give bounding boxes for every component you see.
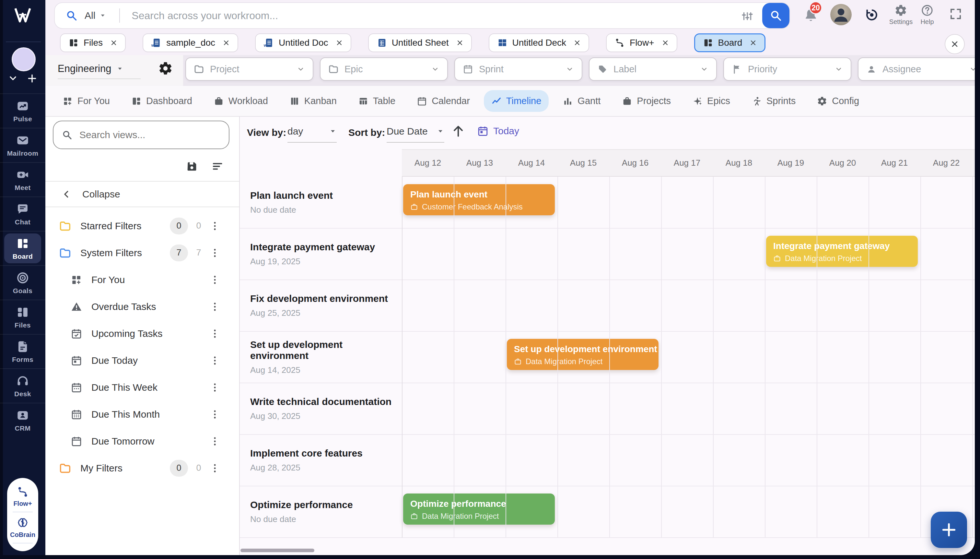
view-by-select[interactable]: day xyxy=(287,126,337,143)
system-filter-item-for-you[interactable]: For You xyxy=(45,266,239,293)
view-tab-workload[interactable]: Workload xyxy=(206,90,276,112)
sidebar-item-files[interactable]: Files xyxy=(0,299,45,334)
doc-tab-untitled-deck[interactable]: Untitled Deck xyxy=(489,33,589,52)
help-button[interactable]: Help xyxy=(911,4,944,26)
doc-tab-board[interactable]: Board xyxy=(694,33,766,52)
view-tab-icon xyxy=(63,96,73,106)
sidebar-item-meet[interactable]: Meet xyxy=(0,162,45,197)
view-tab-timeline[interactable]: Timeline xyxy=(484,90,549,112)
view-tab-kanban[interactable]: Kanban xyxy=(282,90,344,112)
sort-by-select[interactable]: Due Date xyxy=(387,126,444,143)
doc-tab-sample-doc[interactable]: w sample_doc xyxy=(143,33,238,52)
view-tab-label: For You xyxy=(78,96,110,106)
view-tab-gantt[interactable]: Gantt xyxy=(555,90,608,112)
sidebar-bottom-item-cobrain[interactable]: CoBrain xyxy=(10,517,35,539)
horizontal-scrollbar-thumb[interactable] xyxy=(241,549,314,552)
view-tab-dashboard[interactable]: Dashboard xyxy=(124,90,200,112)
today-button[interactable]: Today xyxy=(477,125,519,137)
close-icon[interactable] xyxy=(223,39,230,46)
view-tab-config[interactable]: Config xyxy=(810,90,866,112)
view-tab-calendar[interactable]: Calendar xyxy=(409,90,477,112)
add-workspace-icon[interactable] xyxy=(27,73,37,84)
timeline-bar-set-up-development-environment[interactable]: Set up development environmentData Migra… xyxy=(507,339,658,370)
collapse-panel-button[interactable]: Collapse xyxy=(45,182,120,207)
user-avatar[interactable] xyxy=(830,4,852,25)
close-icon[interactable] xyxy=(750,39,757,46)
close-icon[interactable] xyxy=(336,39,343,46)
kebab-menu-icon[interactable] xyxy=(210,436,220,447)
kebab-menu-icon[interactable] xyxy=(210,409,220,420)
view-tab-projects[interactable]: Projects xyxy=(614,90,678,112)
sidebar-item-crm[interactable]: CRM xyxy=(0,403,45,437)
sidebar-item-goals[interactable]: Goals xyxy=(0,265,45,299)
view-tab-epics[interactable]: Epics xyxy=(685,90,737,112)
sidebar-item-pulse[interactable]: Pulse xyxy=(0,93,45,128)
system-filter-item-upcoming-tasks[interactable]: Upcoming Tasks xyxy=(45,320,239,347)
close-icon[interactable] xyxy=(110,39,117,46)
system-filter-item-due-today[interactable]: Due Today xyxy=(45,347,239,374)
doc-tab-files[interactable]: Files xyxy=(60,33,126,52)
history-icon[interactable] xyxy=(865,8,879,22)
view-tab-table[interactable]: Table xyxy=(351,90,403,112)
sort-direction-icon[interactable] xyxy=(451,124,465,138)
system-filter-item-due-this-week[interactable]: Due This Week xyxy=(45,374,239,401)
close-all-tabs-button[interactable] xyxy=(945,34,965,54)
sidebar-item-mailroom[interactable]: Mailroom xyxy=(0,128,45,162)
timeline-bar-plan-launch-event[interactable]: Plan launch eventCustomer Feedback Analy… xyxy=(403,184,555,215)
filter-dropdown-sprint[interactable]: Sprint xyxy=(454,57,582,81)
workspace-selector[interactable]: Engineering xyxy=(58,63,124,74)
sidebar-nav: Pulse Mailroom Meet xyxy=(0,93,45,437)
fullscreen-icon[interactable] xyxy=(949,7,962,21)
kebab-menu-icon[interactable] xyxy=(210,382,220,393)
save-view-icon[interactable] xyxy=(185,160,198,173)
doc-tab-label: Untitled Doc xyxy=(279,38,328,48)
global-search-bar[interactable]: All xyxy=(54,2,790,29)
search-filters-icon[interactable] xyxy=(741,10,753,22)
workspace-avatar[interactable] xyxy=(12,47,36,71)
chevron-down-icon[interactable] xyxy=(8,73,18,83)
search-scope-selector[interactable]: All xyxy=(84,10,95,21)
doc-tab-untitled-sheet[interactable]: Untitled Sheet xyxy=(368,33,472,52)
kebab-menu-icon[interactable] xyxy=(210,220,220,232)
view-tab-label: Gantt xyxy=(577,96,601,106)
sidebar-item-desk[interactable]: Desk xyxy=(0,368,45,403)
system-filter-item-due-this-month[interactable]: Due This Month xyxy=(45,401,239,428)
views-search-bar[interactable] xyxy=(53,121,229,149)
kebab-menu-icon[interactable] xyxy=(210,247,220,258)
sidebar-item-chat[interactable]: Chat xyxy=(0,197,45,231)
filter-dropdown-epic[interactable]: Epic xyxy=(320,57,448,81)
add-task-button[interactable] xyxy=(931,512,967,548)
filter-dropdown-assignee[interactable]: Assignee xyxy=(858,57,975,81)
kebab-menu-icon[interactable] xyxy=(210,463,220,474)
filter-dropdown-label[interactable]: Label xyxy=(589,57,717,81)
global-search-input[interactable] xyxy=(131,9,586,22)
close-icon[interactable] xyxy=(456,39,464,46)
doc-tab-untitled-doc[interactable]: w Untitled Doc xyxy=(255,33,351,52)
search-submit-button[interactable] xyxy=(762,3,789,28)
sort-views-icon[interactable] xyxy=(211,160,224,173)
filter-folder-my-filters[interactable]: My Filters 0 0 xyxy=(45,455,239,481)
filter-folder-system-filters[interactable]: System Filters 7 7 xyxy=(45,239,239,266)
kebab-menu-icon[interactable] xyxy=(210,328,220,339)
filter-dropdown-priority[interactable]: Priority xyxy=(723,57,851,81)
app-sidebar: Pulse Mailroom Meet xyxy=(0,0,45,555)
workspace-settings-gear-icon[interactable] xyxy=(158,61,173,76)
kebab-menu-icon[interactable] xyxy=(210,301,220,312)
kebab-menu-icon[interactable] xyxy=(210,355,220,366)
filter-dropdown-project[interactable]: Project xyxy=(185,57,313,81)
view-tab-for-you[interactable]: For You xyxy=(55,90,117,112)
sidebar-item-board[interactable]: Board xyxy=(0,231,45,265)
views-search-input[interactable] xyxy=(79,129,216,141)
view-tab-sprints[interactable]: Sprints xyxy=(744,90,803,112)
filter-folder-starred-filters[interactable]: Starred Filters 0 0 xyxy=(45,212,239,239)
sidebar-bottom-item-flow[interactable]: Flow+ xyxy=(13,486,32,508)
doc-tab-flow[interactable]: Flow+ xyxy=(606,33,677,52)
close-icon[interactable] xyxy=(662,39,669,46)
sidebar-item-forms[interactable]: Forms xyxy=(0,334,45,368)
close-icon[interactable] xyxy=(574,39,581,46)
system-filter-item-due-tomorrow[interactable]: Due Tomorrow xyxy=(45,428,239,455)
timeline-bar-integrate-payment-gateway[interactable]: Integrate payment gatewayData Migration … xyxy=(766,236,918,267)
kebab-menu-icon[interactable] xyxy=(210,274,220,285)
system-filter-item-overdue-tasks[interactable]: Overdue Tasks xyxy=(45,293,239,320)
timeline-bar-optimize-performance[interactable]: Optimize performanceData Migration Proje… xyxy=(403,493,555,524)
